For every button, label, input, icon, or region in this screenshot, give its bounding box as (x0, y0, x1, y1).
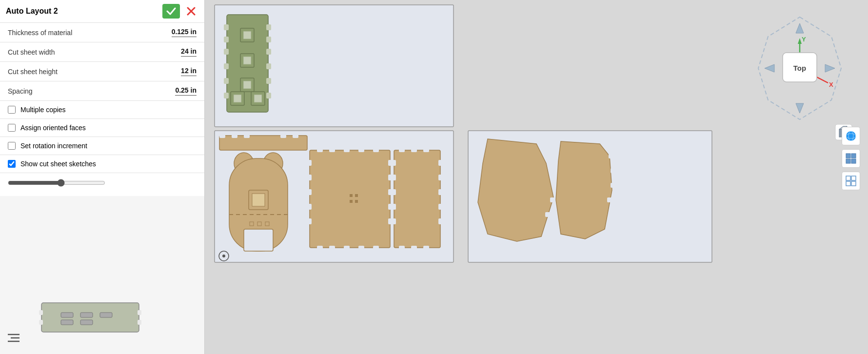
sheet-height-value[interactable]: 12 in (181, 67, 197, 76)
svg-rect-73 (317, 246, 323, 251)
svg-rect-101 (391, 189, 396, 195)
svg-rect-61 (296, 210, 300, 216)
svg-rect-27 (266, 93, 271, 98)
svg-rect-82 (307, 218, 312, 224)
svg-rect-72 (373, 147, 379, 152)
svg-rect-65 (263, 254, 269, 257)
svg-rect-40 (244, 134, 250, 138)
svg-rect-139 (851, 159, 856, 163)
svg-rect-59 (296, 178, 300, 184)
sheet-width-row: Cut sheet width 24 in (0, 42, 204, 62)
svg-rect-70 (344, 147, 350, 152)
svg-rect-60 (296, 195, 300, 201)
svg-rect-74 (329, 246, 335, 251)
svg-rect-69 (329, 147, 335, 152)
rotation-increment-checkbox[interactable] (8, 142, 16, 150)
sphere-button[interactable] (842, 127, 860, 145)
svg-rect-17 (224, 37, 229, 42)
multiple-copies-checkbox[interactable] (8, 106, 16, 114)
svg-rect-41 (280, 134, 286, 138)
svg-rect-98 (423, 246, 429, 251)
svg-rect-107 (438, 204, 443, 210)
svg-rect-26 (266, 78, 271, 84)
svg-rect-5 (138, 310, 141, 315)
svg-rect-31 (243, 57, 251, 64)
svg-rect-71 (358, 147, 364, 152)
svg-rect-81 (307, 204, 312, 210)
svg-rect-89 (355, 194, 358, 197)
rotation-increment-label: Set rotation increment (20, 142, 87, 150)
svg-rect-99 (391, 160, 396, 166)
sheet-width-value[interactable]: 24 in (181, 47, 197, 57)
svg-rect-64 (249, 254, 255, 257)
svg-rect-91 (355, 200, 358, 203)
svg-marker-119 (796, 103, 804, 113)
svg-rect-18 (224, 49, 229, 55)
svg-rect-58 (296, 166, 300, 172)
main-canvas-svg: Y X Top ▼ (205, 0, 868, 354)
svg-rect-90 (350, 200, 353, 203)
show-sketches-checkbox[interactable] (8, 160, 16, 168)
sheet-height-label: Cut sheet height (8, 68, 58, 76)
thickness-label: Thickness of material (8, 29, 72, 37)
svg-marker-123 (798, 38, 802, 44)
sheet-height-row: Cut sheet height 12 in (0, 62, 204, 81)
title-bar: Auto Layout 2 (0, 0, 204, 23)
rotation-increment-row: Set rotation increment (0, 137, 204, 155)
thumbnail (39, 300, 141, 334)
svg-rect-55 (217, 195, 221, 201)
right-toolbar (839, 0, 863, 354)
svg-rect-97 (411, 246, 417, 251)
show-sketches-row: Show cut sheet sketches (0, 155, 204, 173)
svg-rect-4 (39, 320, 43, 325)
title-buttons (162, 4, 198, 19)
spacing-value[interactable]: 0.25 in (175, 86, 197, 96)
svg-rect-53 (217, 166, 221, 172)
svg-rect-140 (846, 176, 850, 180)
svg-rect-93 (399, 147, 405, 152)
assign-faces-checkbox[interactable] (8, 124, 16, 132)
svg-marker-121 (825, 64, 835, 72)
svg-rect-105 (438, 175, 443, 180)
slider-row (0, 173, 204, 196)
svg-rect-110 (552, 168, 558, 173)
green-piece[interactable] (224, 15, 271, 112)
svg-rect-78 (307, 160, 312, 166)
svg-point-133 (846, 131, 856, 141)
assign-faces-row: Assign oriented faces (0, 119, 204, 137)
cancel-button[interactable] (184, 4, 198, 19)
multiple-copies-row: Multiple copies (0, 101, 204, 119)
thickness-value[interactable]: 0.125 in (172, 28, 197, 37)
grid-view-button[interactable] (842, 149, 860, 168)
svg-text:Top: Top (793, 64, 806, 72)
multiple-copies-label: Multiple copies (20, 106, 66, 114)
svg-rect-22 (266, 24, 271, 30)
svg-rect-137 (851, 154, 856, 158)
confirm-button[interactable] (162, 4, 180, 19)
svg-rect-33 (243, 81, 251, 89)
bottom-nav-icon[interactable] (7, 332, 21, 346)
svg-rect-29 (243, 31, 251, 39)
svg-marker-118 (796, 23, 804, 33)
svg-rect-6 (138, 320, 141, 325)
canvas-area: Y X Top ▼ (205, 0, 868, 354)
svg-rect-63 (234, 254, 240, 257)
svg-rect-23 (266, 37, 271, 42)
svg-rect-100 (391, 175, 396, 180)
svg-rect-136 (846, 154, 850, 158)
svg-rect-109 (550, 154, 556, 158)
target-center (222, 255, 225, 257)
thickness-row: Thickness of material 0.125 in (0, 23, 204, 42)
svg-marker-120 (765, 64, 774, 72)
opacity-slider[interactable] (8, 179, 105, 187)
svg-rect-104 (438, 160, 443, 166)
svg-rect-42 (293, 134, 298, 138)
svg-rect-46 (244, 229, 273, 251)
svg-rect-79 (307, 175, 312, 180)
compass-widget: Y X Top (758, 17, 841, 119)
large-square-piece[interactable] (307, 147, 393, 251)
narrow-tan-piece[interactable] (391, 147, 443, 251)
assign-faces-label: Assign oriented faces (20, 124, 86, 132)
svg-rect-112 (550, 197, 556, 202)
grid-view2-button[interactable] (842, 172, 860, 190)
